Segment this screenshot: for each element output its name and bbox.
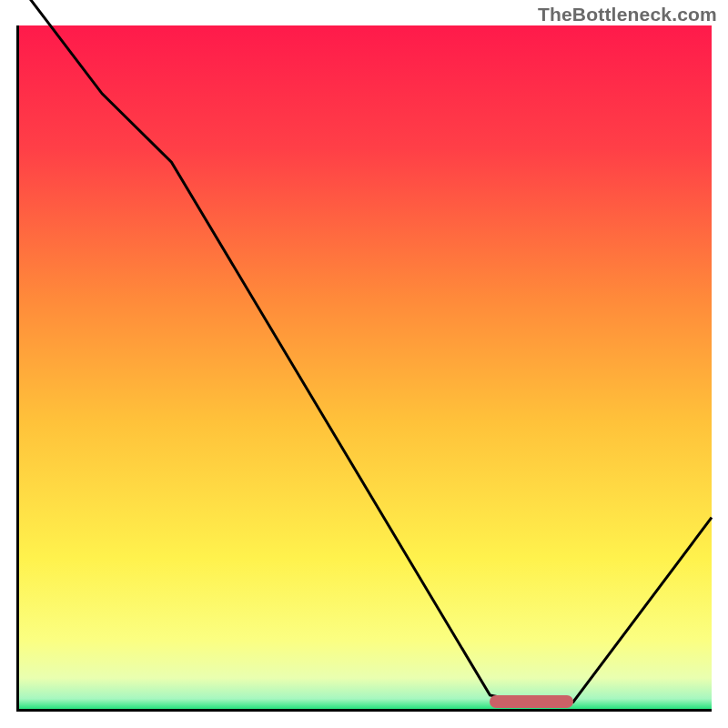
chart-minimum-marker bbox=[490, 695, 572, 708]
chart-plot-area bbox=[16, 25, 712, 712]
watermark-text: TheBottleneck.com bbox=[538, 4, 717, 25]
chart-line-series bbox=[19, 25, 712, 709]
